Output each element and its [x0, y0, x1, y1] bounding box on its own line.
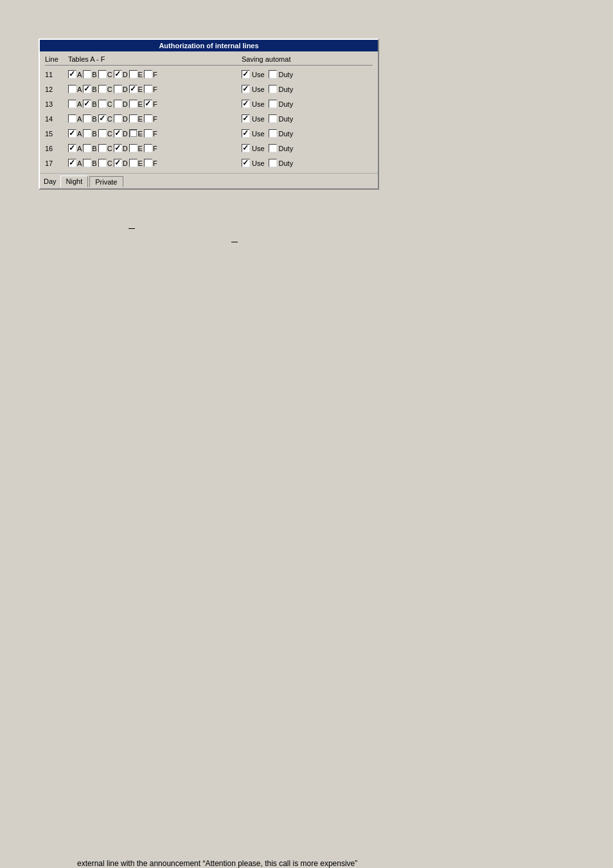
cb-use-12[interactable] — [242, 85, 250, 93]
cb-use-11[interactable] — [242, 70, 250, 78]
cb-16-b[interactable] — [83, 144, 91, 152]
duty-group: Duty — [269, 159, 294, 167]
cb-label-b: B — [92, 145, 96, 152]
cb-13-a[interactable] — [68, 100, 76, 108]
cb-use-15[interactable] — [242, 129, 250, 138]
cb-label-e: E — [138, 115, 143, 123]
tab-private[interactable]: Private — [89, 176, 123, 187]
checkbox-group-d: D — [114, 144, 128, 152]
cb-13-d[interactable] — [114, 100, 122, 108]
cb-11-b[interactable] — [83, 70, 91, 78]
cb-13-c[interactable] — [98, 100, 107, 108]
use-label: Use — [252, 159, 265, 167]
cb-11-c[interactable] — [98, 70, 107, 78]
checkbox-group-b: B — [83, 129, 96, 138]
cb-11-e[interactable] — [129, 70, 138, 78]
cb-label-e: E — [138, 100, 143, 108]
cb-label-a: A — [77, 71, 82, 78]
cb-16-a[interactable] — [68, 144, 76, 152]
cb-12-c[interactable] — [98, 85, 107, 93]
cb-17-b[interactable] — [83, 159, 91, 167]
checkbox-group-e: E — [129, 114, 143, 123]
cb-17-d[interactable] — [114, 159, 122, 167]
cb-15-b[interactable] — [83, 129, 91, 138]
line-number: 17 — [45, 159, 68, 167]
cb-12-d[interactable] — [114, 85, 122, 93]
cb-12-a[interactable] — [68, 85, 76, 93]
cb-13-b[interactable] — [83, 100, 91, 108]
cb-15-a[interactable] — [68, 129, 76, 138]
cb-14-e[interactable] — [129, 114, 138, 123]
checkbox-group-c: C — [98, 144, 112, 152]
cb-duty-15[interactable] — [269, 129, 277, 138]
cb-15-f[interactable] — [144, 129, 152, 138]
cb-15-d[interactable] — [114, 129, 122, 138]
cb-14-c[interactable] — [98, 114, 107, 123]
checkbox-group-d: D — [114, 159, 128, 167]
line-number: 13 — [45, 100, 68, 108]
table-row: 11ABCDEFUseDuty — [45, 67, 373, 82]
cb-11-d[interactable] — [114, 70, 122, 78]
cb-11-a[interactable] — [68, 70, 76, 78]
table-row: 16ABCDEFUseDuty — [45, 141, 373, 156]
cb-12-b[interactable] — [83, 85, 91, 93]
cb-16-e[interactable] — [129, 144, 138, 152]
line-number: 16 — [45, 145, 68, 152]
cb-12-f[interactable] — [144, 85, 152, 93]
cb-duty-16[interactable] — [269, 144, 277, 152]
cb-label-a: A — [77, 145, 82, 152]
cb-17-c[interactable] — [98, 159, 107, 167]
tab-night[interactable]: Night — [60, 176, 89, 187]
cb-label-e: E — [138, 130, 143, 138]
cb-label-b: B — [92, 100, 96, 108]
checkbox-group-e: E — [129, 144, 143, 152]
checkbox-group-f: F — [144, 70, 157, 78]
cb-17-f[interactable] — [144, 159, 152, 167]
cb-11-f[interactable] — [144, 70, 152, 78]
checkbox-group-e: E — [129, 85, 143, 93]
duty-group: Duty — [269, 70, 294, 78]
cb-17-a[interactable] — [68, 159, 76, 167]
use-group: Use — [242, 70, 265, 78]
cb-label-c: C — [107, 159, 112, 167]
cb-label-c: C — [107, 145, 112, 152]
cb-14-d[interactable] — [114, 114, 122, 123]
cb-13-f[interactable] — [144, 100, 152, 108]
cb-16-d[interactable] — [114, 144, 122, 152]
cb-label-d: D — [123, 100, 128, 108]
cb-15-e[interactable] — [129, 129, 138, 138]
main-panel: Authorization of internal lines Line Tab… — [39, 39, 379, 190]
cb-14-f[interactable] — [144, 114, 152, 123]
checkbox-group-e: E — [129, 159, 143, 167]
table-row: 12ABCDEFUseDuty — [45, 82, 373, 96]
panel-title: Authorization of internal lines — [159, 42, 258, 50]
duty-group: Duty — [269, 129, 294, 138]
cb-use-13[interactable] — [242, 100, 250, 108]
cb-16-f[interactable] — [144, 144, 152, 152]
panel-title-bar: Authorization of internal lines — [40, 40, 378, 51]
cb-label-b: B — [92, 115, 96, 123]
duty-label: Duty — [279, 159, 294, 167]
cb-14-a[interactable] — [68, 114, 76, 123]
header-line: Line — [45, 55, 68, 63]
cb-use-14[interactable] — [242, 114, 250, 123]
cb-duty-12[interactable] — [269, 85, 277, 93]
use-group: Use — [242, 100, 265, 108]
cb-label-f: F — [153, 130, 157, 138]
cb-duty-13[interactable] — [269, 100, 277, 108]
cb-14-b[interactable] — [83, 114, 91, 123]
use-group: Use — [242, 144, 265, 152]
cb-use-17[interactable] — [242, 159, 250, 167]
cb-12-e[interactable] — [129, 85, 138, 93]
cb-13-e[interactable] — [129, 100, 138, 108]
checkbox-group-a: A — [68, 129, 82, 138]
cb-15-c[interactable] — [98, 129, 107, 138]
cb-use-16[interactable] — [242, 144, 250, 152]
cb-duty-11[interactable] — [269, 70, 277, 78]
cb-duty-17[interactable] — [269, 159, 277, 167]
cb-17-e[interactable] — [129, 159, 138, 167]
header-saving: Saving automat — [242, 55, 332, 63]
cb-16-c[interactable] — [98, 144, 107, 152]
checkbox-group-b: B — [83, 100, 96, 108]
cb-duty-14[interactable] — [269, 114, 277, 123]
